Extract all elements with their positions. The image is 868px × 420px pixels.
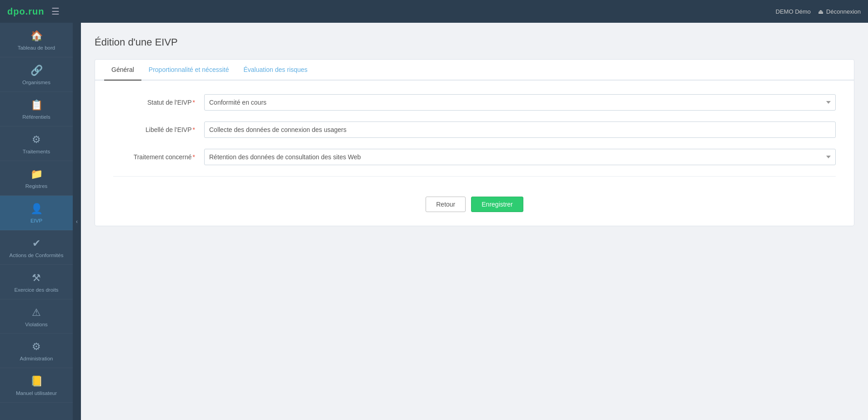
- sidebar-item-manuel[interactable]: 📒 Manuel utilisateur: [0, 368, 73, 403]
- sidebar-item-label: Actions de Conformités: [10, 252, 64, 259]
- hamburger-icon[interactable]: ☰: [51, 6, 60, 17]
- layout: 🏠 Tableau de bord 🔗 Organismes 📋 Référen…: [0, 23, 868, 420]
- sidebar-item-label: Traitements: [23, 148, 50, 155]
- traitement-label: Traitement concerné*: [113, 153, 204, 161]
- traitement-row: Traitement concerné* Rétention des donné…: [113, 149, 836, 165]
- back-button[interactable]: Retour: [426, 197, 466, 212]
- registres-icon: 📁: [30, 168, 43, 180]
- sidebar-item-administration[interactable]: ⚙ Administration: [0, 334, 73, 368]
- logo: dpo.run: [7, 6, 44, 17]
- libelle-required: *: [193, 126, 195, 133]
- user-name: DEMO Démo: [776, 8, 811, 15]
- actions-icon: ✔: [32, 238, 40, 249]
- sidebar-item-label: Administration: [20, 355, 53, 362]
- libelle-input[interactable]: [204, 121, 836, 138]
- sidebar-item-exercice-droits[interactable]: ⚒ Exercice des droits: [0, 265, 73, 299]
- exercice-icon: ⚒: [32, 272, 41, 284]
- logout-icon: ⏏: [818, 8, 823, 15]
- sidebar-item-label: Référentiels: [22, 114, 50, 121]
- sidebar-item-registres[interactable]: 📁 Registres: [0, 161, 73, 196]
- dashboard-icon: 🏠: [30, 30, 43, 42]
- sidebar-item-traitements[interactable]: ⚙ Traitements: [0, 127, 73, 161]
- form-divider: [113, 176, 836, 177]
- tab-evaluation-risques[interactable]: Évaluation des risques: [236, 60, 315, 81]
- tab-general[interactable]: Général: [104, 60, 141, 81]
- sidebar-item-label: Exercice des droits: [14, 287, 58, 293]
- main-content: Édition d'une EIVP Général Proportionnal…: [81, 23, 868, 420]
- logout-button[interactable]: ⏏ Déconnexion: [818, 8, 861, 15]
- save-button[interactable]: Enregistrer: [471, 197, 523, 212]
- traitements-icon: ⚙: [32, 134, 41, 146]
- logo-text: dpo: [7, 6, 25, 16]
- violations-icon: ⚠: [32, 307, 41, 319]
- administration-icon: ⚙: [32, 341, 41, 353]
- sidebar-item-label: EIVP: [30, 218, 42, 224]
- statut-select[interactable]: Conformité en cours Validé En cours Annu…: [204, 94, 836, 111]
- sidebar-item-label: Violations: [25, 321, 48, 328]
- libelle-label: Libellé de l'EIVP*: [113, 126, 204, 133]
- traitement-select[interactable]: Rétention des données de consultation de…: [204, 149, 836, 165]
- header-right: DEMO Démo ⏏ Déconnexion: [776, 8, 861, 15]
- sidebar: 🏠 Tableau de bord 🔗 Organismes 📋 Référen…: [0, 23, 73, 420]
- statut-label: Statut de l'EIVP*: [113, 99, 204, 106]
- top-header: dpo.run ☰ DEMO Démo ⏏ Déconnexion: [0, 0, 868, 23]
- sidebar-toggle[interactable]: ‹: [73, 23, 81, 420]
- referentiels-icon: 📋: [30, 99, 43, 111]
- sidebar-item-referentiels[interactable]: 📋 Référentiels: [0, 92, 73, 127]
- sidebar-item-label: Organismes: [22, 79, 50, 86]
- sidebar-item-violations[interactable]: ⚠ Violations: [0, 299, 73, 334]
- page-title: Édition d'une EIVP: [95, 36, 854, 48]
- sidebar-item-actions-conformites[interactable]: ✔ Actions de Conformités: [0, 230, 73, 265]
- tabs-container: Général Proportionnalité et nécessité Év…: [95, 60, 854, 81]
- traitement-required: *: [193, 153, 195, 161]
- logout-label: Déconnexion: [826, 8, 861, 15]
- sidebar-item-eivp[interactable]: 👤 EIVP: [0, 196, 73, 230]
- eivp-icon: 👤: [30, 203, 43, 215]
- sidebar-item-tableau-de-bord[interactable]: 🏠 Tableau de bord: [0, 23, 73, 57]
- form-actions: Retour Enregistrer: [95, 197, 854, 226]
- sidebar-item-label: Manuel utilisateur: [16, 390, 57, 397]
- form-card: Général Proportionnalité et nécessité Év…: [95, 59, 854, 226]
- statut-required: *: [193, 99, 195, 106]
- libelle-row: Libellé de l'EIVP*: [113, 121, 836, 138]
- header-left: dpo.run ☰: [7, 6, 60, 17]
- sidebar-item-organismes[interactable]: 🔗 Organismes: [0, 57, 73, 92]
- manuel-icon: 📒: [30, 375, 43, 387]
- statut-row: Statut de l'EIVP* Conformité en cours Va…: [113, 94, 836, 111]
- sidebar-item-label: Tableau de bord: [18, 45, 55, 51]
- logo-suffix: .run: [25, 6, 45, 16]
- form-body: Statut de l'EIVP* Conformité en cours Va…: [95, 81, 854, 197]
- organismes-icon: 🔗: [30, 65, 43, 76]
- sidebar-item-label: Registres: [25, 183, 48, 190]
- tab-proportionnalite[interactable]: Proportionnalité et nécessité: [141, 60, 236, 81]
